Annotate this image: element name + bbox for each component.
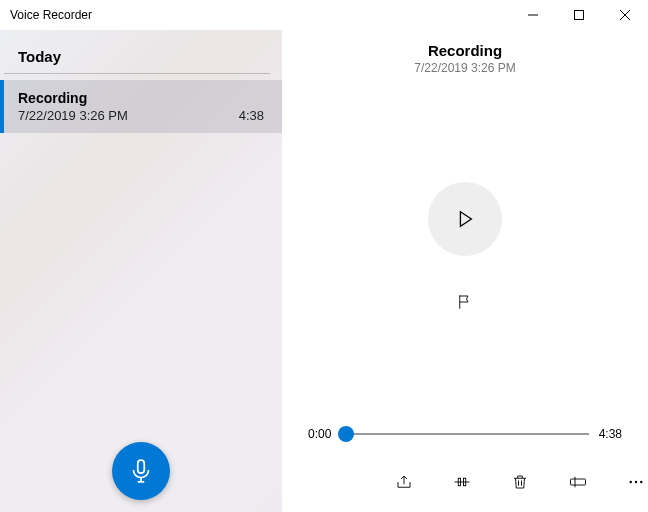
more-icon [627,473,645,491]
svg-rect-4 [138,460,145,473]
svg-rect-15 [571,479,586,485]
app-title: Voice Recorder [10,8,92,22]
share-button[interactable] [392,470,416,494]
svg-marker-7 [460,211,471,226]
trim-icon [453,473,471,491]
play-icon [454,208,476,230]
section-header-today: Today [4,30,270,74]
minimize-button[interactable] [510,0,556,30]
share-icon [395,473,413,491]
detail-title: Recording [414,42,515,59]
detail-pane: Recording 7/22/2019 3:26 PM 0:00 [282,30,648,512]
recordings-list: Recording 7/22/2019 3:26 PM 4:38 [0,74,282,133]
current-time: 0:00 [308,427,331,441]
trim-button[interactable] [450,470,474,494]
recordings-sidebar: Today Recording 7/22/2019 3:26 PM 4:38 [0,30,282,512]
flag-icon [456,293,474,311]
slider-thumb[interactable] [338,426,354,442]
recording-title: Recording [18,90,264,106]
playback-slider[interactable] [341,426,588,442]
close-button[interactable] [602,0,648,30]
svg-point-19 [640,481,642,483]
app-body: Today Recording 7/22/2019 3:26 PM 4:38 [0,30,648,512]
microphone-icon [128,458,154,484]
recording-duration: 4:38 [239,108,264,123]
rename-icon [569,473,587,491]
playback-slider-row: 0:00 4:38 [282,426,648,442]
titlebar[interactable]: Voice Recorder [0,0,648,30]
detail-header: Recording 7/22/2019 3:26 PM [414,30,515,75]
detail-toolbar [282,462,648,512]
delete-button[interactable] [508,470,532,494]
svg-point-18 [635,481,637,483]
detail-date: 7/22/2019 3:26 PM [414,61,515,75]
total-time: 4:38 [599,427,622,441]
trash-icon [511,473,529,491]
add-marker-button[interactable] [447,284,483,320]
svg-rect-1 [575,11,584,20]
maximize-button[interactable] [556,0,602,30]
svg-point-17 [630,481,632,483]
recording-date: 7/22/2019 3:26 PM [18,108,128,123]
rename-button[interactable] [566,470,590,494]
slider-track [341,433,588,435]
minimize-icon [528,10,538,20]
more-button[interactable] [624,470,648,494]
maximize-icon [574,10,584,20]
play-button[interactable] [428,182,502,256]
record-button[interactable] [112,442,170,500]
recording-list-item[interactable]: Recording 7/22/2019 3:26 PM 4:38 [0,80,282,133]
close-icon [620,10,630,20]
app-window: Voice Recorder Today Recording 7/22/2019… [0,0,648,512]
